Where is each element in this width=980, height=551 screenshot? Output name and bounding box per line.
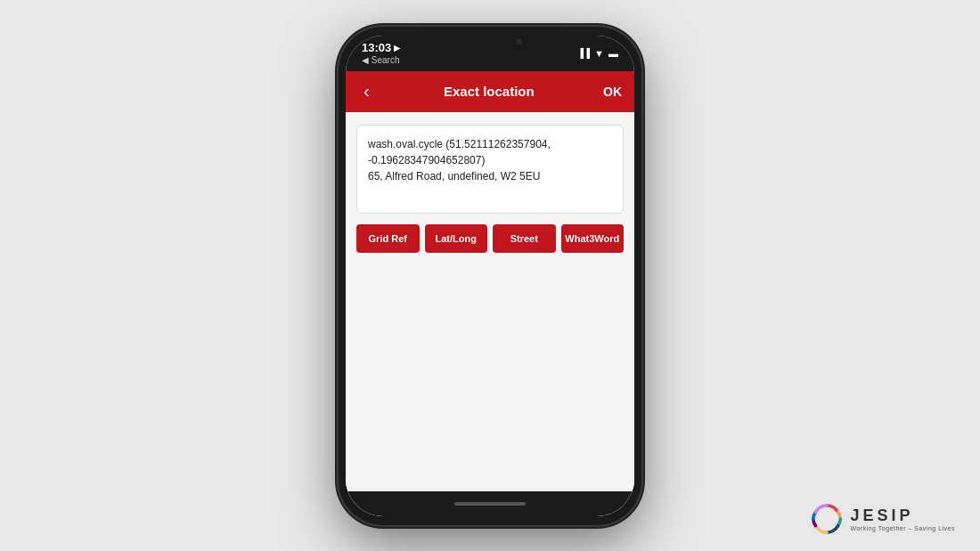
jesip-title: JESIP (850, 506, 955, 525)
jesip-circle-icon (811, 503, 843, 535)
lat-long-button[interactable]: Lat/Long (425, 224, 488, 253)
wifi-icon: ▼ (594, 48, 604, 59)
location-textbox: wash.oval.cycle (51.52111262357904, -0.1… (356, 125, 624, 214)
street-button[interactable]: Street (493, 224, 556, 253)
status-time: 13:03 ▶ (362, 41, 400, 54)
app-content: ‹ Exact location OK wash.oval.cycle (51.… (346, 71, 634, 516)
jesip-logo: JESIP Working Together – Saving Lives (811, 503, 955, 535)
phone-shell: 13:03 ▶ ◀ Search ▐▐ ▼ ▬ ‹ Exact location (339, 27, 641, 525)
jesip-text-block: JESIP Working Together – Saving Lives (850, 506, 955, 531)
location-text-line2: 65, Alfred Road, undefined, W2 5EU (368, 168, 612, 184)
status-icons: ▐▐ ▼ ▬ (577, 48, 618, 59)
search-back-label: ◀ Search (362, 55, 400, 65)
location-text-line1: wash.oval.cycle (51.52111262357904, -0.1… (368, 136, 612, 168)
location-arrow-icon: ▶ (394, 44, 400, 53)
battery-icon: ▬ (608, 48, 618, 59)
nav-title: Exact location (444, 84, 535, 99)
phone-notch (437, 27, 543, 48)
what3word-button[interactable]: What3Word (561, 224, 625, 253)
page-wrapper: 13:03 ▶ ◀ Search ▐▐ ▼ ▬ ‹ Exact location (0, 0, 980, 551)
ok-button[interactable]: OK (603, 85, 622, 99)
jesip-subtitle: Working Together – Saving Lives (850, 525, 955, 531)
back-button[interactable]: ‹ (358, 77, 375, 105)
grid-ref-button[interactable]: Grid Ref (356, 224, 420, 253)
status-bar-left: 13:03 ▶ ◀ Search (362, 41, 400, 65)
front-camera (517, 39, 522, 45)
home-indicator (346, 491, 634, 516)
phone-screen: 13:03 ▶ ◀ Search ▐▐ ▼ ▬ ‹ Exact location (346, 36, 634, 516)
content-area: wash.oval.cycle (51.52111262357904, -0.1… (346, 112, 634, 491)
format-buttons: Grid Ref Lat/Long Street What3Word (356, 224, 624, 253)
signal-icon: ▐▐ (577, 48, 590, 58)
time-display: 13:03 (362, 41, 391, 54)
home-bar (454, 502, 526, 506)
app-nav-bar: ‹ Exact location OK (346, 71, 634, 112)
